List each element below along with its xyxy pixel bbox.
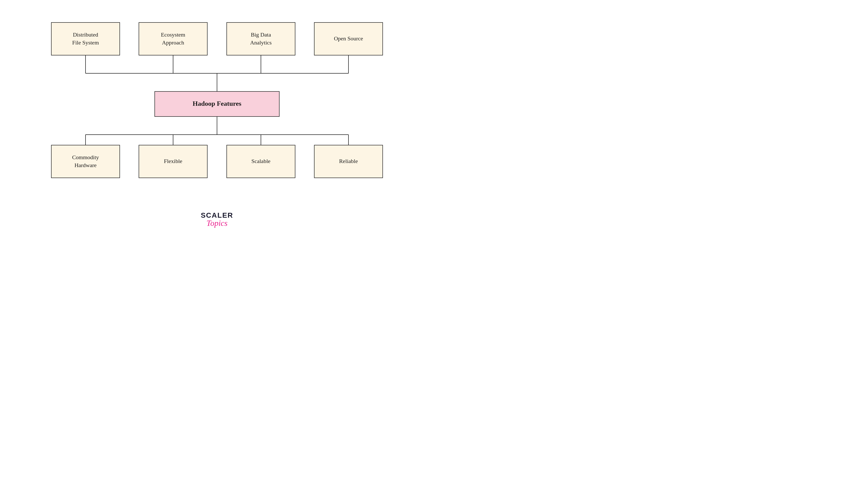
- box-flexible: Flexible: [139, 145, 208, 178]
- box-big-data-analytics-label: Big DataAnalytics: [250, 31, 272, 47]
- box-distributed-file-system-label: DistributedFile System: [72, 31, 99, 47]
- logo-topics-text: Topics: [201, 218, 233, 228]
- box-distributed-file-system: DistributedFile System: [51, 22, 120, 55]
- center-box-label: Hadoop Features: [193, 99, 242, 108]
- logo-scaler-text: SCALER: [201, 211, 233, 219]
- center-box-hadoop-features: Hadoop Features: [154, 91, 280, 117]
- box-scalable-label: Scalable: [251, 157, 271, 165]
- box-reliable: Reliable: [314, 145, 383, 178]
- box-open-source: Open Source: [314, 22, 383, 55]
- box-reliable-label: Reliable: [339, 157, 358, 165]
- box-commodity-hardware-label: CommodityHardware: [72, 154, 99, 169]
- logo: SCALER Topics: [201, 211, 233, 228]
- box-scalable: Scalable: [226, 145, 295, 178]
- box-flexible-label: Flexible: [164, 157, 182, 165]
- box-ecosystem-approach: EcosystemApproach: [139, 22, 208, 55]
- box-big-data-analytics: Big DataAnalytics: [226, 22, 295, 55]
- box-commodity-hardware: CommodityHardware: [51, 145, 120, 178]
- diagram-wrapper: DistributedFile System EcosystemApproach…: [51, 22, 383, 196]
- box-open-source-label: Open Source: [334, 35, 363, 43]
- box-ecosystem-approach-label: EcosystemApproach: [161, 31, 185, 47]
